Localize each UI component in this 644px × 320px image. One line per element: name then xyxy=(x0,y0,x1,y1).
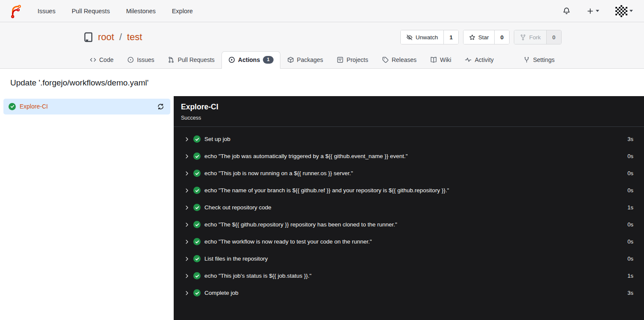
job-log-header: Explore-CI Success xyxy=(174,96,644,127)
tab-releases[interactable]: Releases xyxy=(375,51,423,69)
job-steps-list: Set up job 3s echo "The job was automati… xyxy=(174,127,644,305)
step-name: echo "This job's status is ${{ job.statu… xyxy=(204,273,312,279)
tag-icon xyxy=(382,56,389,63)
watchers-count[interactable]: 1 xyxy=(443,30,458,44)
unwatch-button[interactable]: Unwatch xyxy=(401,30,444,44)
step-row-6[interactable]: echo "The workflow is now ready to test … xyxy=(181,233,637,250)
nav-milestones[interactable]: Milestones xyxy=(126,8,155,15)
user-menu-button[interactable] xyxy=(614,3,635,19)
step-success-icon xyxy=(193,187,201,194)
chevron-right-icon xyxy=(184,222,189,227)
nav-issues[interactable]: Issues xyxy=(38,8,55,15)
step-success-icon xyxy=(193,221,201,228)
step-success-icon xyxy=(193,238,201,245)
step-name: echo "The workflow is now ready to test … xyxy=(204,238,372,245)
step-duration: 0s xyxy=(627,255,633,262)
step-name: Complete job xyxy=(204,290,239,296)
nav-pull-requests[interactable]: Pull Requests xyxy=(72,8,110,15)
rerun-job-button[interactable] xyxy=(156,102,165,111)
fork-icon xyxy=(520,34,526,41)
breadcrumb-separator: / xyxy=(119,32,122,43)
tab-activity[interactable]: Activity xyxy=(458,51,500,69)
chevron-right-icon xyxy=(184,205,189,210)
step-success-icon xyxy=(193,255,201,262)
job-name-link: Explore-CI xyxy=(20,103,48,110)
tab-label: Wiki xyxy=(440,56,451,63)
fork-label: Fork xyxy=(529,34,541,41)
nav-explore[interactable]: Explore xyxy=(172,8,193,15)
step-success-icon xyxy=(193,135,201,143)
user-avatar xyxy=(615,5,627,17)
issue-icon xyxy=(127,56,134,63)
tab-label: Pull Requests xyxy=(178,56,214,63)
job-log-panel: Explore-CI Success Set up job 3s echo "T… xyxy=(174,96,644,320)
code-icon xyxy=(90,56,96,63)
caret-down-icon xyxy=(629,10,633,12)
create-new-button[interactable] xyxy=(585,6,601,16)
tab-label: Settings xyxy=(533,56,555,63)
tab-actions[interactable]: Actions 1 xyxy=(221,51,280,69)
bell-icon xyxy=(562,7,571,15)
play-circle-icon xyxy=(228,56,235,63)
step-row-3[interactable]: echo "The name of your branch is ${{ git… xyxy=(181,182,637,199)
step-row-2[interactable]: echo "This job is now running on a ${{ r… xyxy=(181,165,637,182)
step-row-4[interactable]: Check out repository code 1s xyxy=(181,199,637,216)
tab-label: Projects xyxy=(347,56,368,63)
chevron-right-icon xyxy=(184,256,189,261)
pull-request-icon xyxy=(168,56,175,63)
main-nav: Issues Pull Requests Milestones Explore xyxy=(38,8,193,15)
step-success-icon xyxy=(193,153,201,160)
panel-job-title: Explore-CI xyxy=(181,103,637,112)
step-name: List files in the repository xyxy=(204,255,268,262)
tab-pull-requests[interactable]: Pull Requests xyxy=(161,51,221,69)
step-duration: 0s xyxy=(627,170,633,176)
chevron-right-icon xyxy=(184,171,189,176)
step-success-icon xyxy=(193,272,201,279)
repo-book-icon xyxy=(83,32,94,43)
stars-count[interactable]: 0 xyxy=(494,30,509,44)
project-board-icon xyxy=(337,56,344,63)
star-label: Star xyxy=(478,34,489,41)
package-icon xyxy=(287,56,294,63)
chevron-right-icon xyxy=(184,239,189,244)
step-name: Set up job xyxy=(204,136,230,142)
tab-wiki[interactable]: Wiki xyxy=(423,51,458,69)
forgejo-logo-icon[interactable] xyxy=(9,4,22,18)
repo-tabs-bar: Code Issues Pull Requests Actions 1 xyxy=(0,51,644,69)
chevron-right-icon xyxy=(184,154,189,159)
pulse-icon xyxy=(465,56,472,63)
step-row-5[interactable]: echo "The ${{ github.repository }} repos… xyxy=(181,216,637,233)
repo-header: root / test Unwatch xyxy=(0,22,644,69)
fork-button[interactable]: Fork xyxy=(514,30,546,44)
tab-code[interactable]: Code xyxy=(83,51,120,69)
repo-owner-link[interactable]: root xyxy=(98,32,114,43)
workflow-run-title: Update '.forgejo/workflows/demo.yaml' xyxy=(0,69,644,96)
fork-button-group: Fork 0 xyxy=(514,30,562,44)
step-name: echo "This job is now running on a ${{ r… xyxy=(204,170,353,176)
job-success-icon xyxy=(9,103,16,110)
tab-settings[interactable]: Settings xyxy=(516,51,562,69)
star-button-group: Star 0 xyxy=(463,30,510,44)
star-button[interactable]: Star xyxy=(463,30,495,44)
repo-name-link[interactable]: test xyxy=(127,32,142,43)
top-navbar: Issues Pull Requests Milestones Explore xyxy=(0,0,644,22)
unwatch-label: Unwatch xyxy=(416,34,438,41)
step-name: echo "The ${{ github.repository }} repos… xyxy=(204,221,397,228)
open-book-icon xyxy=(430,56,437,63)
navbar-right xyxy=(561,3,635,19)
step-row-1[interactable]: echo "The job was automatically triggere… xyxy=(181,148,637,165)
step-row-7[interactable]: List files in the repository 0s xyxy=(181,250,637,267)
caret-down-icon xyxy=(596,10,599,12)
step-row-8[interactable]: echo "This job's status is ${{ job.statu… xyxy=(181,267,637,285)
step-row-0[interactable]: Set up job 3s xyxy=(181,131,637,148)
tab-issues[interactable]: Issues xyxy=(120,51,161,69)
step-duration: 0s xyxy=(627,221,633,228)
tab-projects[interactable]: Projects xyxy=(330,51,375,69)
chevron-right-icon xyxy=(184,188,189,193)
step-row-9[interactable]: Complete job 3s xyxy=(181,285,637,302)
tab-label: Issues xyxy=(137,56,154,63)
step-success-icon xyxy=(193,170,201,177)
notifications-button[interactable] xyxy=(561,5,572,17)
job-list-item-explore-ci[interactable]: Explore-CI xyxy=(3,99,170,114)
tab-packages[interactable]: Packages xyxy=(280,51,330,69)
